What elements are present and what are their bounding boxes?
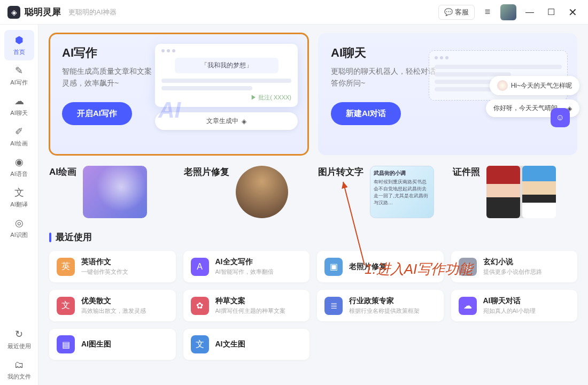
sidebar-item-home[interactable]: ⬢ 首页 xyxy=(4,30,34,60)
recent-card[interactable]: ☁ AI聊天对话 宛如真人的AI小助理 xyxy=(451,290,578,321)
recent-icon: ✿ xyxy=(191,297,209,315)
feature-card-ocr[interactable]: 图片转文字 武昌街的小调 有时候到重庆南路买书总会不自觉地想起武昌街去走一回了,… xyxy=(318,166,443,218)
sidebar-item-label: 最近使用 xyxy=(7,342,31,350)
recent-icon: 文 xyxy=(191,335,209,353)
pen-icon: ✎ xyxy=(13,65,25,76)
recent-icon: ▣ xyxy=(324,258,343,276)
sidebar-item-label: 首页 xyxy=(13,48,25,56)
sidebar-item-voice[interactable]: ◉ AI语音 xyxy=(4,152,34,182)
feature-thumb: 武昌街的小调 有时候到重庆南路买书总会不自觉地想起武昌街去走一回了,尤其是在武昌… xyxy=(370,166,434,218)
recent-section: 最近使用 英 英语作文 一键创作英文作文 A AI全文写作 AI智能写作，效率翻… xyxy=(49,231,577,360)
recent-title: 行业政策专家 xyxy=(349,296,420,306)
sidebar-item-label: AI绘画 xyxy=(10,140,27,148)
main-content: AI写作 智能生成高质量文章和文案，激发灵感，效率飙升~ 开启AI写作 AI 「… xyxy=(38,25,588,385)
feature-thumb xyxy=(83,166,147,218)
recent-title: AI全文写作 xyxy=(215,257,274,267)
sidebar-item-paint[interactable]: ✐ AI绘画 xyxy=(4,121,34,152)
hero-card-write[interactable]: AI写作 智能生成高质量文章和文案，激发灵感，效率飙升~ 开启AI写作 AI 「… xyxy=(49,33,308,155)
recent-title: AI图生图 xyxy=(81,340,111,349)
recent-title: 种草文案 xyxy=(215,296,285,306)
app-name: 聪明灵犀 xyxy=(25,6,61,18)
sidebar-item-label: 我的文件 xyxy=(7,373,31,381)
recent-card[interactable]: ≣ 行业政策专家 根据行业名称提供政策框架 xyxy=(317,290,444,321)
feature-title: 证件照 xyxy=(453,166,480,178)
doc-title: 武昌街的小调 xyxy=(374,170,430,177)
logo-icon: ◈ xyxy=(7,6,20,19)
feature-thumb xyxy=(486,166,556,218)
feature-title: 图片转文字 xyxy=(318,166,363,178)
recent-title: 英语作文 xyxy=(81,257,128,267)
recent-icon: ≣ xyxy=(324,297,343,315)
start-chat-button[interactable]: 新建AI对话 xyxy=(331,102,401,125)
recent-card[interactable]: 英 英语作文 一键创作英文作文 xyxy=(49,251,176,282)
doc-body: 有时候到重庆南路买书总会不自觉地想起武昌街去走一回了,尤其是在武昌街与汉路… xyxy=(374,179,430,206)
recent-title: AI文生图 xyxy=(215,340,245,349)
feature-card-idphoto[interactable]: 证件照 xyxy=(453,166,578,218)
close-button[interactable]: ✕ xyxy=(564,4,581,20)
recent-sub: 根据行业名称提供政策框架 xyxy=(349,307,420,315)
recent-card[interactable]: 文 优美散文 高效输出散文，激发灵感 xyxy=(49,290,176,321)
recent-sub: 高效输出散文，激发灵感 xyxy=(81,307,146,315)
chat-fab-icon: ☺ xyxy=(551,108,570,127)
recent-sub: 宛如真人的AI小助理 xyxy=(483,307,536,315)
recent-icon: ◎ xyxy=(459,258,477,276)
sidebar-item-ocr[interactable]: ◎ AI识图 xyxy=(4,213,34,243)
sidebar-item-write[interactable]: ✎ AI写作 xyxy=(4,60,34,91)
hero-desc: 更聪明的聊天机器人，轻松对话，答你所问~ xyxy=(331,65,443,89)
maximize-button[interactable]: ☐ xyxy=(543,4,559,20)
cloud-icon: ☁ xyxy=(13,95,25,107)
recent-card[interactable]: A AI全文写作 AI智能写作，效率翻倍 xyxy=(183,251,310,282)
recent-heading: 最近使用 xyxy=(49,231,577,243)
recent-icon: 英 xyxy=(57,258,75,276)
chat-bubble: Hi~今天的天气怎样呢 xyxy=(490,76,579,95)
user-avatar[interactable] xyxy=(500,4,516,20)
service-label: 客服 xyxy=(455,7,469,17)
avatar-icon xyxy=(497,80,508,91)
recent-card[interactable]: ▤ AI图生图 xyxy=(49,329,176,360)
brush-icon: ✐ xyxy=(13,126,25,137)
home-icon: ⬢ xyxy=(13,34,25,46)
write-mockup: AI 「我和我的梦想」 ▶ 批注( XXXX) 文章生成中 ◈ xyxy=(155,44,298,144)
mic-icon: ◉ xyxy=(13,156,25,168)
recent-title: 老照片修复 xyxy=(349,262,386,272)
sidebar-item-label: AI写作 xyxy=(10,79,27,87)
recent-card[interactable]: ✿ 种草文案 AI撰写任何主题的种草文案 xyxy=(183,290,310,321)
bubble-text: Hi~今天的天气怎样呢 xyxy=(511,81,572,90)
translate-icon: 文 xyxy=(13,187,25,198)
sidebar-item-label: AI识图 xyxy=(10,231,27,239)
titlebar: ◈ 聪明灵犀 更聪明的AI神器 💬 客服 ≡ — ☐ ✕ xyxy=(0,0,588,25)
recent-sub: AI智能写作，效率翻倍 xyxy=(215,268,274,276)
recent-icon: ▤ xyxy=(57,335,75,353)
mock-doc-title: 「我和我的梦想」 xyxy=(175,58,278,73)
feature-card-paint[interactable]: AI绘画 xyxy=(49,166,174,218)
recent-icon: ☁ xyxy=(459,297,477,315)
recent-sub: 一键创作英文作文 xyxy=(81,268,128,276)
app-subtitle: 更聪明的AI神器 xyxy=(68,7,117,17)
sidebar-item-label: AI语音 xyxy=(10,170,27,178)
sidebar-item-label: AI聊天 xyxy=(10,109,27,117)
minimize-button[interactable]: — xyxy=(522,4,538,20)
recent-title: 玄幻小说 xyxy=(483,257,542,267)
sidebar-item-translate[interactable]: 文 AI翻译 xyxy=(4,182,34,213)
feature-card-restore[interactable]: 老照片修复 xyxy=(184,166,309,218)
hero-card-chat[interactable]: AI聊天 更聪明的聊天机器人，轻松对话，答你所问~ 新建AI对话 Hi~今天的天… xyxy=(318,33,577,155)
recent-sub: AI撰写任何主题的种草文案 xyxy=(215,307,285,315)
recent-card[interactable]: 文 AI文生图 xyxy=(183,329,310,360)
service-button[interactable]: 💬 客服 xyxy=(438,5,475,20)
feature-title: 老照片修复 xyxy=(184,166,229,178)
mock-status-text: 文章生成中 xyxy=(206,117,238,126)
ai-watermark: AI xyxy=(158,97,181,123)
recent-title: AI聊天对话 xyxy=(483,296,536,306)
start-write-button[interactable]: 开启AI写作 xyxy=(62,102,132,125)
app-logo: ◈ 聪明灵犀 更聪明的AI神器 xyxy=(7,6,117,19)
menu-button[interactable]: ≡ xyxy=(480,5,495,20)
sidebar-item-chat[interactable]: ☁ AI聊天 xyxy=(4,91,34,121)
recent-card[interactable]: ▣ 老照片修复 xyxy=(317,251,444,282)
sidebar-item-files[interactable]: 🗂 我的文件 xyxy=(4,355,34,385)
logo-badge-icon: ◈ xyxy=(242,118,246,125)
recent-card[interactable]: ◎ 玄幻小说 提供更多小说创作思路 xyxy=(451,251,578,282)
chat-icon: 💬 xyxy=(444,8,453,16)
scan-icon: ◎ xyxy=(13,217,25,229)
recent-icon: A xyxy=(191,258,209,276)
sidebar-item-recent[interactable]: ↻ 最近使用 xyxy=(4,324,34,355)
